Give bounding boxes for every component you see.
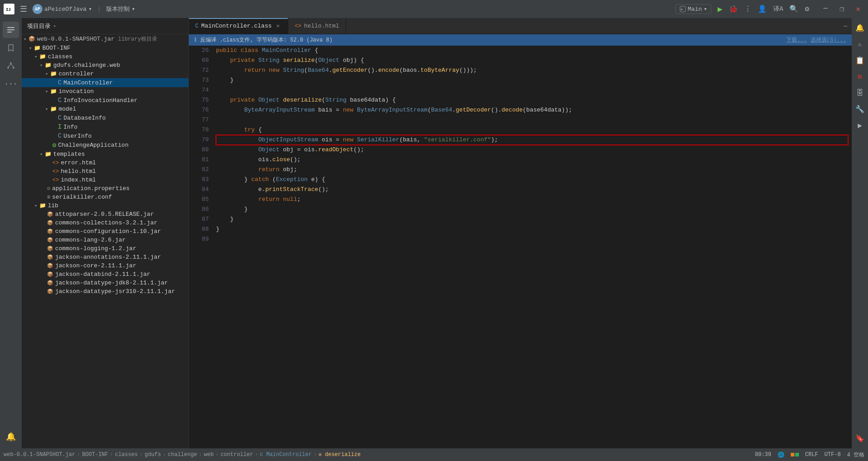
restore-button[interactable]: ❐ (835, 5, 848, 14)
bookmark-panel-icon[interactable]: 🔖 (854, 432, 866, 445)
java-class-icon2: C (58, 97, 61, 104)
code-line-26: public class MainController { (216, 46, 848, 56)
tree-item-templates[interactable]: ▾ 📁 templates (22, 150, 188, 158)
tree-item-attoparser[interactable]: 📦 attoparser-2.0.5.RELEASE.jar (22, 210, 188, 219)
properties-icon: ⚙ (47, 185, 50, 192)
tree-item-lib[interactable]: ▾ 📁 lib (22, 201, 188, 210)
gradle-icon[interactable]: 🔧 (854, 103, 866, 116)
problems-icon[interactable]: ⚠ (854, 38, 866, 51)
tree-item-ChallengeApplication[interactable]: ⚙ ChallengeApplication (22, 140, 188, 150)
bc-deserialize[interactable]: ⊙ deserialize (319, 452, 361, 458)
bc-web-jar[interactable]: web-0.0.1-SNAPSHOT.jar (4, 452, 75, 458)
bc-classes[interactable]: classes (115, 452, 137, 458)
tab-close-button[interactable]: ✕ (274, 23, 282, 29)
tree-item-index-html[interactable]: <> index.html (22, 176, 188, 184)
tree-item-serialkiller-conf[interactable]: ≡ serialkiller.conf (22, 193, 188, 201)
bc-gdufs[interactable]: gdufs (145, 452, 161, 458)
run-config-selector[interactable]: ▶ Main ▾ (676, 4, 711, 14)
more-icon[interactable]: ··· (3, 76, 19, 92)
jar-lib-icon6: 📦 (47, 254, 53, 260)
bc-MainController[interactable]: C MainController (260, 452, 312, 458)
jar-lib-icon10: 📦 (47, 289, 53, 294)
close-button[interactable]: ✕ (852, 5, 864, 14)
download-link[interactable]: 下载... (786, 36, 807, 44)
bc-web[interactable]: web (204, 452, 214, 458)
profile-icon[interactable]: 👤 (758, 5, 767, 14)
vcs-selector[interactable]: 版本控制 ▾ (106, 5, 135, 13)
database-icon[interactable]: 🗄 (854, 87, 866, 99)
spring-icon: ⚙ (52, 141, 56, 149)
title-bar: IJ ☰ AP aPeiceOfJava ▾ | 版本控制 ▾ ▶ Main ▾… (0, 0, 868, 18)
tree-item-commons-configuration[interactable]: 📦 commons-configuration-1.10.jar (22, 227, 188, 236)
folder-icon: 📁 (39, 202, 46, 209)
search-icon[interactable]: 🔍 (789, 5, 798, 14)
tree-item-jackson-databind[interactable]: 📦 jackson-databind-2.11.1.jar (22, 270, 188, 279)
breadcrumb-bar: web-0.0.1-SNAPSHOT.jar › BOOT-INF › clas… (4, 452, 361, 458)
tab-more-options[interactable]: ⋯ (839, 23, 852, 30)
clipboard-icon[interactable]: 📋 (854, 54, 866, 67)
project-selector[interactable]: AP aPeiceOfJava ▾ (33, 4, 92, 14)
tab-MainController[interactable]: C MainController.class ✕ (189, 18, 288, 34)
tree-item-jackson-annotations[interactable]: 📦 jackson-annotations-2.11.1.jar (22, 253, 188, 261)
run-button[interactable]: ▶ (718, 4, 723, 14)
tree-item-commons-lang[interactable]: 📦 commons-lang-2.6.jar (22, 236, 188, 244)
tree-item-InfoInvocationHandler[interactable]: C InfoInvocationHandler (22, 96, 188, 105)
code-line-81: ois.close(); (216, 155, 848, 165)
run-panel-icon[interactable]: ▶ (854, 119, 866, 132)
bc-boot-inf[interactable]: BOOT-INF (82, 452, 108, 458)
select-source-link[interactable]: 选择源(S)... (811, 36, 846, 44)
jar-lib-icon8: 📦 (47, 271, 53, 277)
tree-item-model[interactable]: ▾ 📁 model (22, 105, 188, 113)
bc-challenge[interactable]: challenge (168, 452, 197, 458)
tree-item-controller[interactable]: ▾ 📁 controller (22, 70, 188, 78)
indent-label[interactable]: 4 空格 (847, 451, 864, 459)
vcs-chevron: ▾ (131, 5, 135, 13)
tree-item-classes[interactable]: ▾ 📁 classes (22, 52, 188, 61)
editor-area: C MainController.class ✕ <> hello.html ⋯… (189, 18, 852, 448)
code-line-76: ByteArrayInputStream bais = new ByteArra… (216, 105, 848, 115)
tree-item-boot-inf[interactable]: ▾ 📁 BOOT-INF (22, 44, 188, 52)
project-view-icon[interactable] (3, 22, 19, 38)
hamburger-menu[interactable]: ☰ (18, 2, 29, 16)
decompile-info-text: 反编译 .class文件, 字节码版本: 52.0 (Java 8) (200, 36, 333, 44)
tree-item-jackson-datatype-jdk8[interactable]: 📦 jackson-datatype-jdk8-2.11.1.jar (22, 279, 188, 287)
tree-item-MainController[interactable]: C MainController (22, 78, 188, 87)
debug-button[interactable]: 🐞 (729, 5, 738, 14)
line-ending[interactable]: CRLF (805, 452, 818, 458)
settings-icon[interactable]: ⚙ (805, 5, 809, 14)
line-numbers: 26 60 72 73 74 75 76 77 78 79 80 81 82 8… (189, 46, 212, 448)
jar-lib-icon3: 📦 (47, 228, 53, 234)
run-config-chevron: ▾ (704, 5, 707, 13)
maven-icon[interactable]: m (854, 70, 866, 83)
tree-item-UserInfo[interactable]: C UserInfo (22, 131, 188, 140)
tree-item-DatabaseInfo[interactable]: C DatabaseInfo (22, 113, 188, 122)
tree-item-application-props[interactable]: ⚙ application.properties (22, 184, 188, 193)
bookmarks-icon[interactable] (3, 40, 19, 56)
code-line-89 (216, 234, 848, 244)
tree-item-gdufs[interactable]: ▾ 📁 gdufs.challenge.web (22, 61, 188, 70)
tree-item-jackson-datatype-jsr310[interactable]: 📦 jackson-datatype-jsr310-2.11.1.jar (22, 287, 188, 296)
structure-icon[interactable] (3, 58, 19, 74)
translate-icon[interactable]: 译A (773, 5, 783, 13)
tree-item-hello-html[interactable]: <> hello.html (22, 167, 188, 176)
tree-item-web-jar[interactable]: ▾ 📦 web-0.0.1-SNAPSHOT.jar library根目录 (22, 34, 188, 44)
code-content[interactable]: public class MainController { private St… (212, 46, 852, 448)
minimize-button[interactable]: ─ (819, 5, 832, 14)
tree-item-invocation[interactable]: ▾ 📁 invocation (22, 87, 188, 96)
encoding-label[interactable]: UTF-8 (825, 452, 841, 458)
tree-item-jackson-core[interactable]: 📦 jackson-core-2.11.1.jar (22, 261, 188, 270)
code-line-73: } (216, 75, 848, 85)
svg-text:IJ: IJ (6, 8, 11, 12)
bc-controller[interactable]: controller (221, 452, 253, 458)
tree-item-Info[interactable]: I Info (22, 122, 188, 131)
notifications-icon[interactable]: 🔔 (3, 428, 19, 445)
tree-item-error-html[interactable]: <> error.html (22, 158, 188, 167)
code-line-60: private String serialize(Object obj) { (216, 56, 848, 65)
git-icon: 🌐 (778, 452, 784, 458)
tree-item-commons-collections[interactable]: 📦 commons-collections-3.2.1.jar (22, 219, 188, 227)
tab-hello-html[interactable]: <> hello.html (288, 18, 346, 34)
more-options[interactable]: ⋮ (744, 5, 751, 14)
folder-icon: 📁 (39, 53, 46, 60)
notifications-panel-icon[interactable]: 🔔 (854, 22, 866, 34)
tree-item-commons-logging[interactable]: 📦 commons-logging-1.2.jar (22, 244, 188, 253)
